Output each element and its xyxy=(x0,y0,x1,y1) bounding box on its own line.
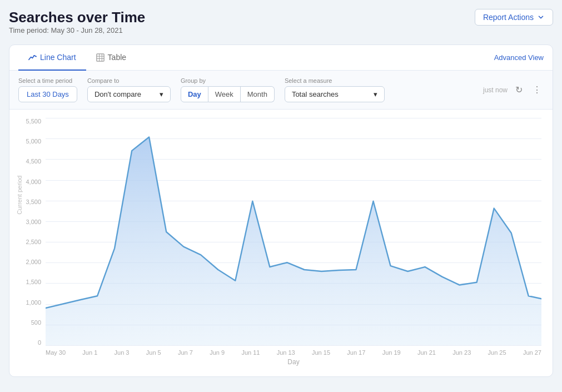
y-label-1500: 1,500 xyxy=(26,279,41,285)
report-actions-button[interactable]: Report Actions xyxy=(475,9,553,26)
header-row: Searches over Time Time period: May 30 -… xyxy=(9,9,553,42)
tab-line-chart[interactable]: Line Chart xyxy=(18,45,86,71)
group-by-day[interactable]: Day xyxy=(181,86,208,102)
measure-label: Select a measure xyxy=(285,77,385,84)
x-label-jun3: Jun 3 xyxy=(115,349,130,356)
group-by-buttons: Day Week Month xyxy=(181,86,275,102)
x-labels: May 30 Jun 1 Jun 3 Jun 5 Jun 7 Jun 9 Jun… xyxy=(46,349,541,356)
y-label-0: 0 xyxy=(38,339,41,346)
x-label-jun7: Jun 7 xyxy=(178,349,193,356)
group-by-month[interactable]: Month xyxy=(241,86,275,102)
measure-value: Total searches xyxy=(292,90,339,98)
chart-wrapper: Current period 5,500 5,000 4,500 4,000 3… xyxy=(15,115,547,371)
title-block: Searches over Time Time period: May 30 -… xyxy=(9,9,145,42)
chart-svg xyxy=(46,118,541,345)
x-label-jun27: Jun 27 xyxy=(523,349,541,356)
line-chart-tab-label: Line Chart xyxy=(40,53,76,62)
main-card: Line Chart Table Advanced View S xyxy=(9,44,553,377)
y-label-3500: 3,500 xyxy=(26,199,41,205)
chart-area-fill xyxy=(46,137,541,345)
x-label-jun17: Jun 17 xyxy=(347,349,365,356)
x-label-jun23: Jun 23 xyxy=(452,349,471,356)
x-label-jun15: Jun 15 xyxy=(312,349,330,356)
x-axis-area: May 30 Jun 1 Jun 3 Jun 5 Jun 7 Jun 9 Jun… xyxy=(46,346,541,371)
more-options-button[interactable]: ⋮ xyxy=(530,83,544,96)
y-label-5500: 5,500 xyxy=(26,118,41,125)
advanced-view-button[interactable]: Advanced View xyxy=(494,53,544,62)
controls-right: just now ↻ ⋮ xyxy=(483,83,544,96)
y-label-2500: 2,500 xyxy=(26,239,41,245)
y-label-3000: 3,000 xyxy=(26,219,41,225)
refresh-button[interactable]: ↻ xyxy=(513,83,525,96)
chevron-down-icon xyxy=(537,13,545,21)
x-label-jun25: Jun 25 xyxy=(488,349,506,356)
y-label-5000: 5,000 xyxy=(26,138,41,145)
x-label-jun19: Jun 19 xyxy=(382,349,401,356)
y-label-4000: 4,000 xyxy=(26,178,41,185)
chart-plot-area xyxy=(46,118,541,346)
y-label-2000: 2,000 xyxy=(26,259,41,265)
x-axis-title: Day xyxy=(46,358,541,366)
compare-to-control: Compare to Don't compare ▾ xyxy=(87,77,171,102)
y-label-1000: 1,000 xyxy=(26,299,41,306)
group-by-week[interactable]: Week xyxy=(208,86,241,102)
group-by-label: Group by xyxy=(181,77,275,84)
y-label-4500: 4,500 xyxy=(26,158,41,165)
line-chart-icon xyxy=(28,53,37,62)
refresh-timestamp: just now xyxy=(483,86,508,94)
chart-area: Current period 5,500 5,000 4,500 4,000 3… xyxy=(9,110,553,376)
x-label-jun1: Jun 1 xyxy=(82,349,97,356)
table-tab-label: Table xyxy=(108,53,126,62)
x-label-jun9: Jun 9 xyxy=(210,349,225,356)
time-period-label: Time period: May 30 - Jun 28, 2021 xyxy=(9,26,145,34)
x-label-jun13: Jun 13 xyxy=(277,349,295,356)
tabs-row: Line Chart Table Advanced View xyxy=(9,45,553,71)
compare-chevron-icon: ▾ xyxy=(160,90,163,98)
tab-table[interactable]: Table xyxy=(86,45,136,71)
compare-to-dropdown[interactable]: Don't compare ▾ xyxy=(87,86,171,102)
page-container: Searches over Time Time period: May 30 -… xyxy=(9,9,553,377)
tabs-left: Line Chart Table xyxy=(18,45,136,70)
x-label-jun11: Jun 11 xyxy=(241,349,260,356)
group-by-control: Group by Day Week Month xyxy=(181,77,275,102)
y-label-500: 500 xyxy=(31,319,41,326)
report-actions-label: Report Actions xyxy=(483,13,534,22)
controls-row: Select a time period Last 30 Days Compar… xyxy=(9,71,553,110)
y-labels: 5,500 5,000 4,500 4,000 3,500 3,000 2,50… xyxy=(15,118,46,346)
page-title: Searches over Time xyxy=(9,9,145,26)
x-label-jun5: Jun 5 xyxy=(146,349,161,356)
time-period-label: Select a time period xyxy=(18,77,77,84)
compare-to-label: Compare to xyxy=(87,77,171,84)
time-period-button[interactable]: Last 30 Days xyxy=(18,86,77,102)
table-icon xyxy=(96,53,105,62)
measure-dropdown[interactable]: Total searches ▾ xyxy=(285,86,385,102)
measure-control: Select a measure Total searches ▾ xyxy=(285,77,385,102)
svg-rect-0 xyxy=(97,53,104,61)
compare-to-value: Don't compare xyxy=(95,90,141,98)
x-label-may30: May 30 xyxy=(46,349,66,356)
measure-chevron-icon: ▾ xyxy=(374,90,377,98)
time-period-control: Select a time period Last 30 Days xyxy=(18,77,77,102)
x-label-jun21: Jun 21 xyxy=(417,349,436,356)
